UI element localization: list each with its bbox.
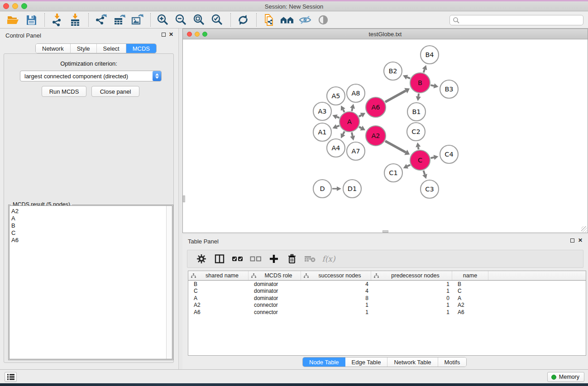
import-table-icon[interactable]: [68, 13, 82, 27]
graph-edge-A-A4[interactable]: [343, 131, 344, 134]
tab-edge-table[interactable]: Edge Table: [345, 357, 388, 367]
column-header-shared-name[interactable]: shared name: [188, 271, 249, 280]
cell-name[interactable]: A2: [452, 302, 488, 308]
table-row-b[interactable]: Bdominator41B: [188, 281, 586, 288]
create-column-plus-icon[interactable]: [267, 253, 281, 265]
graph-edge-A2-C[interactable]: [385, 141, 406, 152]
float-panel-icon[interactable]: [162, 33, 166, 37]
graph-edge-C-C4[interactable]: [431, 157, 434, 158]
graph-edge-A-A3[interactable]: [337, 117, 339, 118]
graph-edge-B-B2[interactable]: [407, 77, 410, 79]
graph-edge-A-A7[interactable]: [352, 132, 353, 136]
cell-shared-name[interactable]: B: [188, 281, 249, 287]
tab-network[interactable]: Network: [36, 44, 71, 53]
result-item-a2[interactable]: A2: [11, 208, 165, 215]
table-settings-gear-icon[interactable]: [195, 253, 208, 265]
cell-predecessor-nodes[interactable]: 0: [371, 295, 452, 301]
cell-name[interactable]: A6: [452, 309, 488, 315]
float-table-panel-icon[interactable]: [570, 238, 574, 243]
cell-predecessor-nodes[interactable]: 1: [371, 309, 452, 315]
graph-edge-A-A6[interactable]: [359, 115, 361, 116]
zoom-selected-icon[interactable]: [210, 13, 224, 27]
close-panel-icon[interactable]: ✕: [169, 31, 173, 38]
export-network-icon[interactable]: [94, 13, 108, 27]
network-vertical-scroll-thumb[interactable]: [183, 195, 185, 202]
optimization-criterion-select[interactable]: largest connected component (directed): [20, 71, 162, 81]
graph-edge-C-C3[interactable]: [423, 171, 425, 175]
cell-shared-name[interactable]: A: [188, 295, 249, 301]
zoom-fit-icon[interactable]: [192, 13, 206, 27]
table-row-c[interactable]: Cdominator41C: [188, 288, 586, 295]
table-row-a2[interactable]: A2connector11A2: [188, 302, 586, 309]
cell-predecessor-nodes[interactable]: 1: [371, 302, 452, 308]
open-session-icon[interactable]: [6, 13, 20, 27]
zoom-in-icon[interactable]: [156, 13, 170, 27]
node-table[interactable]: shared nameMCDS rolesuccessor nodesprede…: [188, 271, 586, 356]
result-list-scrollbar[interactable]: [166, 206, 172, 359]
network-canvas[interactable]: B4B2BB3A8A5A6A3B1AC2A1A2A4A7C4CC1DD1C3: [183, 39, 588, 233]
column-header-name[interactable]: name: [452, 271, 488, 280]
cell-successor-nodes[interactable]: 4: [301, 281, 371, 287]
cell-name[interactable]: C: [452, 288, 488, 294]
result-item-b[interactable]: B: [11, 222, 165, 229]
cell-predecessor-nodes[interactable]: 1: [371, 288, 452, 294]
search-field[interactable]: [449, 15, 583, 25]
show-all-eye-icon[interactable]: [316, 13, 330, 27]
cell-MCDS-role[interactable]: connector: [249, 309, 301, 315]
run-mcds-button[interactable]: Run MCDS: [42, 86, 86, 97]
graph-edge-A6-B[interactable]: [385, 91, 406, 102]
result-item-a[interactable]: A: [11, 215, 165, 222]
cell-name[interactable]: A: [452, 295, 488, 301]
memory-status-button[interactable]: Memory: [547, 372, 584, 382]
save-session-icon[interactable]: [24, 13, 38, 27]
graph-edge-A-A8[interactable]: [352, 108, 352, 111]
table-row-a6[interactable]: A6connector11A6: [188, 309, 586, 316]
graph-edge-C-C1[interactable]: [407, 165, 411, 166]
hide-selected-eye-icon[interactable]: [298, 13, 312, 27]
result-item-a6[interactable]: A6: [11, 237, 165, 244]
tab-node-table[interactable]: Node Table: [303, 357, 345, 367]
task-history-button[interactable]: [5, 372, 17, 382]
column-header-predecessor-nodes[interactable]: predecessor nodes: [371, 271, 452, 280]
cell-MCDS-role[interactable]: dominator: [249, 295, 301, 301]
close-table-panel-icon[interactable]: ✕: [578, 237, 583, 243]
table-row-a[interactable]: Adominator80A: [188, 295, 586, 302]
clone-network-icon[interactable]: [262, 13, 276, 27]
tab-mcds[interactable]: MCDS: [126, 44, 156, 53]
select-all-checkboxes-icon[interactable]: [231, 253, 244, 265]
search-input[interactable]: [460, 17, 583, 24]
tab-motifs[interactable]: Motifs: [438, 357, 467, 367]
delete-column-trash-icon[interactable]: [285, 253, 299, 265]
cell-MCDS-role[interactable]: connector: [249, 302, 301, 308]
graph-edge-A-A1[interactable]: [337, 126, 339, 127]
network-resize-grip[interactable]: [581, 226, 587, 232]
graph-edge-B-B3[interactable]: [430, 85, 434, 86]
zoom-out-icon[interactable]: [174, 13, 188, 27]
mcds-result-list[interactable]: A2ABCA6: [9, 205, 172, 359]
graph-edge-A-A2[interactable]: [359, 127, 361, 128]
graph-edge-B-B1[interactable]: [418, 94, 419, 96]
cell-MCDS-role[interactable]: dominator: [249, 281, 301, 287]
import-network-icon[interactable]: [50, 13, 64, 27]
tab-network-table[interactable]: Network Table: [387, 357, 438, 367]
cell-successor-nodes[interactable]: 1: [301, 302, 371, 308]
tab-style[interactable]: Style: [71, 44, 97, 53]
close-panel-button[interactable]: Close panel: [91, 86, 139, 97]
select-columns-icon[interactable]: [213, 253, 226, 265]
network-horizontal-scroll-thumb[interactable]: [382, 230, 388, 233]
column-header-MCDS-role[interactable]: MCDS role: [249, 271, 301, 280]
cell-name[interactable]: B: [452, 281, 488, 287]
cell-predecessor-nodes[interactable]: 1: [371, 281, 452, 287]
export-table-icon[interactable]: [112, 13, 126, 27]
first-neighbors-home-icon[interactable]: [280, 13, 294, 27]
graph-edge-A-A5[interactable]: [343, 110, 344, 112]
cell-shared-name[interactable]: C: [188, 288, 249, 294]
column-header-successor-nodes[interactable]: successor nodes: [301, 271, 371, 280]
result-item-c[interactable]: C: [11, 229, 165, 237]
cell-successor-nodes[interactable]: 4: [301, 288, 371, 294]
refresh-icon[interactable]: [236, 13, 250, 27]
cell-successor-nodes[interactable]: 1: [301, 309, 371, 315]
deselect-all-checkboxes-icon[interactable]: [249, 253, 263, 265]
network-window-titlebar[interactable]: testGlobe.txt: [183, 29, 588, 39]
export-image-icon[interactable]: [130, 13, 144, 27]
